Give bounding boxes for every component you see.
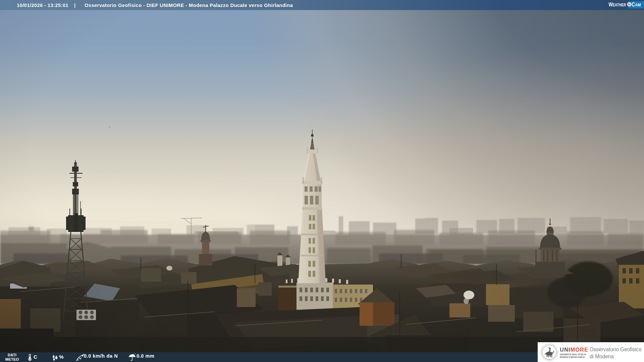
svg-text:1175: 1175	[548, 359, 551, 360]
